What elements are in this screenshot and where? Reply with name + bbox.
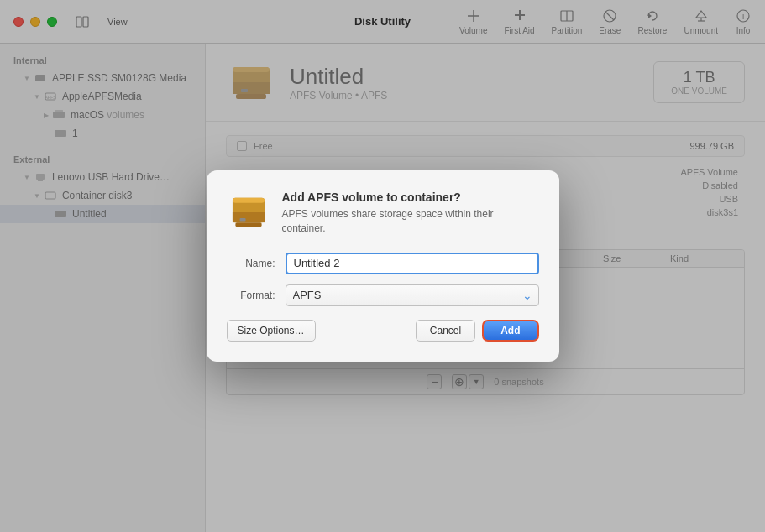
modal-text: Add APFS volume to container? APFS volum…: [282, 190, 539, 236]
modal-subtitle: APFS volumes share storage space within …: [282, 207, 539, 236]
modal-header: Add APFS volume to container? APFS volum…: [227, 190, 539, 236]
name-row: Name:: [227, 253, 539, 274]
modal-disk-icon: [227, 190, 270, 234]
name-label: Name:: [227, 258, 286, 269]
modal-overlay: Add APFS volume to container? APFS volum…: [0, 0, 765, 532]
add-button[interactable]: Add: [482, 320, 538, 342]
format-select-wrapper: APFS APFS (Encrypted) APFS (Case-sensiti…: [286, 284, 539, 306]
svg-rect-30: [232, 198, 264, 203]
size-options-button[interactable]: Size Options…: [227, 320, 316, 342]
svg-rect-32: [235, 222, 261, 227]
format-select[interactable]: APFS APFS (Encrypted) APFS (Case-sensiti…: [286, 284, 539, 306]
name-input[interactable]: [286, 253, 539, 274]
format-label: Format:: [227, 289, 286, 301]
modal-title: Add APFS volume to container?: [282, 190, 539, 204]
add-apfs-modal: Add APFS volume to container? APFS volum…: [207, 170, 559, 362]
svg-rect-33: [239, 218, 245, 221]
svg-rect-31: [232, 212, 264, 222]
format-row: Format: APFS APFS (Encrypted) APFS (Case…: [227, 284, 539, 306]
cancel-button[interactable]: Cancel: [416, 320, 475, 342]
modal-footer: Size Options… Cancel Add: [227, 320, 539, 342]
